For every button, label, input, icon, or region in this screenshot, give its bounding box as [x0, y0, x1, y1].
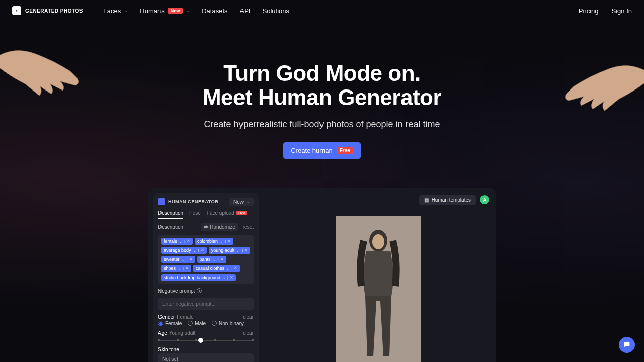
close-icon: ✕ — [220, 257, 224, 261]
chevron-down-icon: ⌄ — [124, 8, 128, 13]
nav-api[interactable]: API — [240, 7, 251, 15]
age-label: Age — [158, 330, 167, 336]
negative-prompt-input[interactable] — [158, 298, 254, 310]
preview-pane: ▦ Human templates A — [266, 193, 491, 362]
close-icon: ✕ — [201, 248, 204, 252]
radio-female[interactable]: Female — [158, 321, 182, 326]
radio-male[interactable]: Male — [188, 321, 206, 326]
reset-link[interactable]: reset — [243, 224, 254, 230]
slider-thumb[interactable] — [198, 338, 203, 343]
info-icon[interactable]: i — [197, 288, 202, 293]
close-icon: ✕ — [244, 248, 248, 252]
human-templates-button[interactable]: ▦ Human templates — [419, 195, 476, 205]
close-icon: ✕ — [234, 266, 237, 270]
nav-solutions[interactable]: Solutions — [263, 7, 289, 15]
new-button[interactable]: New⌄ — [229, 198, 254, 206]
top-nav: › GENERATED PHOTOS Faces⌄ HumansNew⌄ Dat… — [0, 0, 644, 21]
free-badge: Free — [337, 147, 353, 154]
close-icon: ✕ — [185, 266, 189, 270]
brand-name: GENERATED PHOTOS — [25, 8, 83, 14]
close-icon: ✕ — [189, 257, 193, 261]
tag-colombian[interactable]: colombian⌄|✕ — [195, 238, 233, 245]
hero: Turn God Mode on. Meet Human Generator C… — [0, 21, 644, 159]
tag-young-adult[interactable]: young adult⌄|✕ — [209, 247, 251, 254]
logo-icon: › — [12, 6, 21, 15]
app-title: HUMAN GENERATOR — [158, 198, 218, 205]
tag-studio-backdrop[interactable]: studio backdrop background⌄|✕ — [161, 274, 236, 281]
tag-casual-clothes[interactable]: casual clothes⌄|✕ — [193, 265, 240, 272]
close-icon: ✕ — [227, 239, 231, 243]
negative-prompt-label: Negative prompt — [158, 288, 195, 294]
close-icon: ✕ — [187, 239, 190, 243]
age-value: Young adult — [169, 330, 195, 336]
hero-subtitle: Create hyperrealistic full-body photos o… — [0, 119, 644, 130]
nav-humans[interactable]: HumansNew⌄ — [140, 7, 190, 15]
randomize-button[interactable]: ⇄Randomize — [201, 223, 238, 231]
description-tags[interactable]: female⌄|✕ colombian⌄|✕ average body⌄|✕ y… — [158, 235, 254, 284]
generator-sidebar: HUMAN GENERATOR New⌄ Description Pose Fa… — [153, 193, 259, 362]
nav-pricing[interactable]: Pricing — [579, 7, 599, 15]
svg-point-2 — [372, 234, 384, 249]
skin-tone-select[interactable]: Not set — [158, 353, 254, 362]
shuffle-icon: ⇄ — [204, 224, 208, 230]
description-label: Description — [158, 224, 183, 230]
grid-icon: ▦ — [424, 197, 429, 203]
nav-faces[interactable]: Faces⌄ — [103, 7, 128, 15]
sidebar-tabs: Description Pose Face uploadHot — [158, 210, 254, 219]
tag-female[interactable]: female⌄|✕ — [161, 238, 193, 245]
chat-widget-button[interactable] — [619, 337, 635, 353]
app-logo-icon — [158, 198, 165, 205]
gender-clear[interactable]: clear — [243, 314, 254, 320]
gender-value: Female — [177, 314, 193, 320]
brand-logo[interactable]: › GENERATED PHOTOS — [12, 6, 83, 15]
age-clear[interactable]: clear — [243, 330, 254, 336]
tab-pose[interactable]: Pose — [189, 210, 201, 216]
skin-tone-label: Skin tone — [158, 347, 179, 352]
chevron-down-icon: ⌄ — [186, 8, 190, 13]
hero-title: Turn God Mode on. Meet Human Generator — [0, 61, 644, 110]
tag-sweater[interactable]: sweater⌄|✕ — [161, 256, 195, 263]
hot-badge: Hot — [236, 211, 247, 215]
tag-average-body[interactable]: average body⌄|✕ — [161, 247, 207, 254]
tab-description[interactable]: Description — [158, 210, 183, 219]
generator-app-window: HUMAN GENERATOR New⌄ Description Pose Fa… — [148, 188, 496, 362]
radio-nonbinary[interactable]: Non-binary — [212, 321, 244, 326]
create-human-button[interactable]: Create human Free — [283, 142, 361, 159]
new-badge: New — [168, 8, 183, 14]
gender-label: Gender — [158, 314, 175, 320]
nav-signin[interactable]: Sign In — [612, 7, 632, 15]
generated-human-image — [336, 216, 421, 362]
nav-datasets[interactable]: Datasets — [202, 7, 227, 15]
age-slider[interactable] — [158, 338, 254, 343]
chevron-down-icon: ⌄ — [246, 199, 250, 204]
tag-shoes[interactable]: shoes⌄|✕ — [161, 265, 191, 272]
tag-pants[interactable]: pants⌄|✕ — [197, 256, 226, 263]
close-icon: ✕ — [230, 275, 233, 280]
user-avatar[interactable]: A — [480, 195, 489, 204]
tab-face-upload[interactable]: Face uploadHot — [207, 210, 247, 216]
